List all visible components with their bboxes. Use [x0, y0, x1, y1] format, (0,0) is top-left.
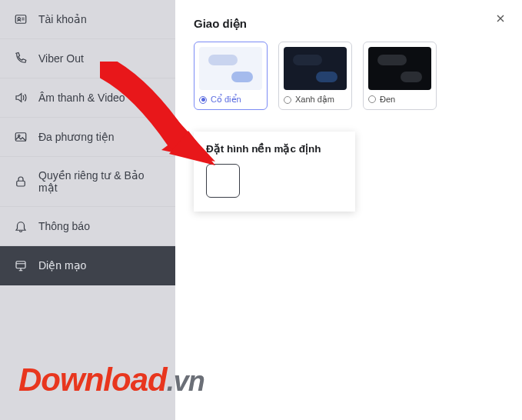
content-panel: Giao diện Cổ điển Xanh đậm: [175, 0, 522, 420]
bell-icon: [14, 219, 28, 233]
sidebar-item-label: Viber Out: [38, 52, 84, 65]
sidebar-item-privacy[interactable]: Quyền riêng tư & Bảo mật: [0, 157, 175, 207]
sidebar-item-label: Quyền riêng tư & Bảo mật: [38, 169, 161, 194]
section-title-interface: Giao diện: [194, 17, 504, 31]
sidebar-item-label: Tài khoản: [38, 13, 87, 25]
svg-point-1: [18, 18, 20, 20]
bg-section-title: Đặt hình nền mặc định: [206, 142, 343, 155]
svg-rect-0: [15, 15, 26, 24]
svg-rect-4: [17, 181, 25, 186]
theme-option-black[interactable]: Đen: [363, 42, 437, 110]
default-background-section: Đặt hình nền mặc định: [194, 132, 355, 212]
theme-option-classic[interactable]: Cổ điển: [194, 42, 268, 110]
sidebar-item-label: Âm thanh & Video: [38, 92, 125, 104]
radio-icon: [199, 96, 207, 104]
lock-icon: [14, 175, 28, 188]
bg-swatch-default[interactable]: [206, 164, 240, 198]
sidebar-item-viber-out[interactable]: Viber Out: [0, 39, 175, 78]
phone-icon: [14, 52, 28, 65]
settings-sidebar: Tài khoản Viber Out Âm thanh & Video Đa …: [0, 0, 175, 420]
theme-label: Xanh đậm: [284, 95, 347, 105]
theme-preview: [284, 47, 347, 90]
sidebar-item-audio-video[interactable]: Âm thanh & Video: [0, 78, 175, 118]
theme-label: Cổ điển: [199, 95, 262, 105]
radio-icon: [368, 95, 376, 103]
close-button[interactable]: [493, 11, 508, 26]
image-icon: [14, 130, 28, 144]
theme-preview: [199, 47, 262, 90]
appearance-icon: [14, 258, 28, 272]
sidebar-item-label: Thông báo: [38, 220, 90, 232]
sidebar-item-appearance[interactable]: Diện mạo: [0, 246, 175, 285]
theme-preview: [368, 47, 431, 90]
radio-icon: [284, 96, 291, 104]
sidebar-item-label: Diện mạo: [38, 259, 86, 272]
sidebar-item-label: Đa phương tiện: [38, 131, 115, 143]
theme-option-dark-blue[interactable]: Xanh đậm: [278, 42, 352, 110]
watermark: Download.vn: [18, 362, 204, 398]
theme-label: Đen: [368, 95, 431, 104]
svg-rect-5: [16, 262, 25, 268]
sidebar-item-media[interactable]: Đa phương tiện: [0, 118, 175, 157]
account-icon: [14, 12, 28, 26]
sidebar-item-notifications[interactable]: Thông báo: [0, 207, 175, 246]
speaker-icon: [14, 91, 28, 105]
sidebar-item-account[interactable]: Tài khoản: [0, 0, 175, 39]
theme-options: Cổ điển Xanh đậm Đen: [194, 42, 504, 110]
